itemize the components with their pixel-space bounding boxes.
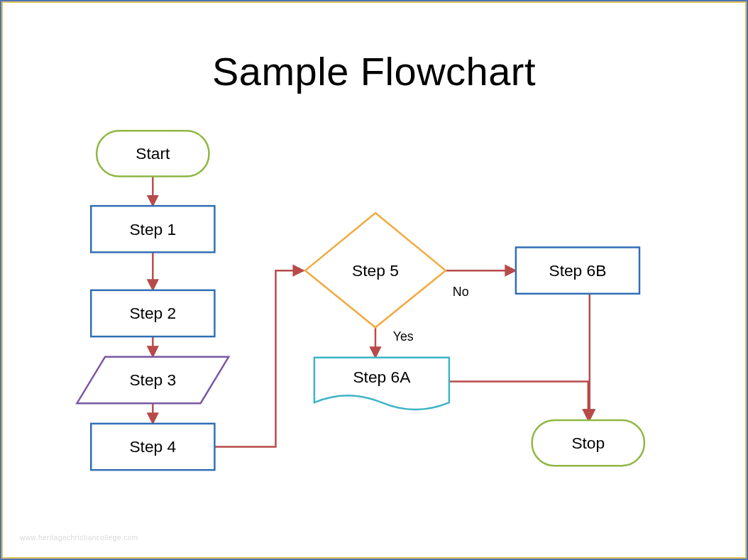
node-step2: Step 2 (91, 290, 214, 336)
edge-step6a-stop (449, 381, 588, 419)
node-step3-label: Step 3 (129, 370, 176, 389)
node-stop-label: Stop (571, 434, 605, 452)
node-step1: Step 1 (91, 206, 214, 252)
edge-label-yes: Yes (393, 329, 414, 344)
node-step6a: Step 6A (314, 358, 449, 410)
node-step5: Step 5 (305, 213, 446, 327)
node-step4-label: Step 4 (129, 437, 176, 456)
node-step6a-label: Step 6A (353, 368, 411, 386)
edge-label-no: No (453, 285, 469, 299)
node-start-label: Start (136, 144, 170, 163)
node-step6b-label: Step 6B (549, 261, 606, 280)
node-step5-label: Step 5 (352, 261, 399, 280)
node-step1-label: Step 1 (129, 220, 176, 238)
node-step2-label: Step 2 (129, 304, 176, 322)
flowchart-canvas: Start Step 1 Step 2 Step 3 Step 4 (13, 13, 735, 547)
node-stop: Stop (532, 420, 644, 466)
watermark: www.heritagechristiancollege.com (20, 534, 138, 542)
node-step4: Step 4 (91, 424, 214, 470)
node-step3: Step 3 (77, 357, 229, 403)
node-step6b: Step 6B (516, 247, 639, 293)
node-start: Start (97, 131, 209, 176)
